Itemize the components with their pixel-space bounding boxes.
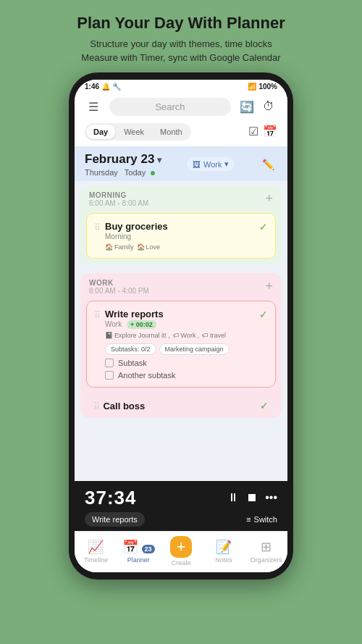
timer-pause-icon[interactable]: ⏸ [227, 491, 239, 504]
bottom-nav: 📈 Timeline 📅 23 Planner + Create 📝 Notes [75, 531, 287, 572]
refresh-icon[interactable]: 🔄 [238, 98, 256, 115]
tab-icons: ☑ 📅 [248, 125, 277, 138]
subtask-label-1: Subtask [118, 359, 147, 367]
task-tags: 🏠 Family 🏠 Love [105, 243, 255, 251]
work-time: 8:00 AM - 4:00 PM [89, 287, 149, 295]
create-icon: + [177, 538, 186, 556]
task-badges: Subtasks: 0/2 Marketing campaign [105, 343, 255, 355]
nav-create[interactable]: + Create [165, 536, 197, 566]
phone-screen: 1:46 🔔 🔧 📶 100% ☰ Search 🔄 ⏱ Day Week [75, 80, 287, 572]
scroll-area: February 23 Thursday Today 🖼 Work ▾ ✏ [75, 146, 287, 481]
status-icons: 🔔 🔧 [101, 83, 121, 91]
nav-planner[interactable]: 📅 23 Planner [122, 539, 154, 564]
timer-display: 37:34 [85, 487, 137, 509]
search-bar[interactable]: Search [109, 98, 231, 116]
tab-row: Day Week Month ☑ 📅 [75, 120, 287, 146]
tag-travel: 🏷 travel [202, 332, 226, 339]
page-subtitle: Structure your day with themes, time blo… [14, 37, 348, 65]
tab-week[interactable]: Week [117, 125, 151, 139]
nav-right-icons: 🔄 ⏱ [238, 98, 277, 115]
create-label: Create [172, 559, 191, 566]
morning-add-button[interactable]: + [265, 191, 273, 206]
top-nav: ☰ Search 🔄 ⏱ [75, 93, 287, 120]
timer-buttons: ⏸ ⏹ ••• [227, 491, 277, 504]
morning-section: MORNING 6:00 AM - 8:00 AM + ⠿ Buy grocer… [80, 185, 282, 264]
tag-family: 🏠 Family [105, 243, 134, 251]
timeline-icon: 📈 [88, 539, 104, 555]
subtask-label-2: Another subtask [118, 371, 176, 380]
timer-bar: 37:34 ⏸ ⏹ ••• Write reports ≡ Switch [75, 481, 287, 531]
planner-icon-wrap: 📅 23 [122, 539, 154, 555]
work-add-button[interactable]: + [265, 279, 273, 294]
timeline-label: Timeline [84, 556, 109, 564]
work-chevron: ▾ [224, 159, 229, 169]
timer-controls: 37:34 ⏸ ⏹ ••• [85, 487, 277, 509]
task-title: Buy groceries [105, 221, 255, 232]
date-header: February 23 Thursday Today 🖼 Work ▾ ✏ [75, 146, 287, 181]
write-reports-card[interactable]: ⠿ Write reports Work + 00:02 📓 Explore J… [86, 301, 276, 388]
timer-task-label[interactable]: Write reports [85, 512, 145, 527]
subtask-checkbox-1[interactable] [105, 359, 114, 367]
write-reports-title: Write reports [105, 309, 255, 319]
buy-groceries-card[interactable]: ⠿ Buy groceries Morning 🏠 Family 🏠 Love … [86, 213, 276, 259]
morning-title: MORNING [89, 191, 148, 199]
subtask-row-2: Another subtask [105, 371, 255, 380]
date-chevron[interactable] [157, 152, 161, 167]
planner-label: Planner [127, 556, 150, 564]
task-timer-badge: + 00:02 [127, 320, 156, 329]
calendar-icon[interactable]: 📅 [263, 125, 277, 138]
tag-love: 🏠 Love [137, 243, 161, 251]
work-badge[interactable]: 🖼 Work ▾ [187, 157, 235, 171]
morning-section-header: MORNING 6:00 AM - 8:00 AM + [80, 185, 282, 210]
write-reports-checkmark[interactable]: ✓ [259, 309, 268, 320]
switch-icon: ≡ [246, 515, 251, 524]
subtask-checkbox-2[interactable] [105, 371, 114, 380]
status-right: 📶 100% [248, 83, 277, 91]
call-boss-card[interactable]: ⠿ Call boss ✓ [86, 393, 276, 418]
tab-group: Day Week Month [85, 123, 191, 141]
timer-more-icon[interactable]: ••• [265, 491, 277, 504]
today-dot [151, 171, 155, 175]
call-boss-checkmark[interactable]: ✓ [260, 400, 269, 411]
status-battery: 100% [258, 83, 277, 91]
timer-stop-icon[interactable]: ⏹ [246, 491, 258, 504]
organizers-icon: ⊞ [261, 539, 272, 555]
write-reports-info: Write reports Work + 00:02 📓 Explore Jou… [105, 309, 255, 380]
date-subtitle: Thursday Today [85, 168, 161, 177]
work-title-group: WORK 8:00 AM - 4:00 PM [89, 279, 149, 295]
notes-label: Notes [215, 556, 232, 564]
edit-icon[interactable]: ✏️ [260, 156, 277, 173]
menu-icon[interactable]: ☰ [85, 98, 102, 115]
switch-button[interactable]: ≡ Switch [246, 515, 277, 524]
work-section-header: WORK 8:00 AM - 4:00 PM + [80, 273, 282, 298]
write-reports-subtitle: Work + 00:02 [105, 320, 255, 329]
status-left: 1:46 🔔 🔧 [85, 83, 121, 91]
date-title: February 23 [85, 152, 161, 167]
task-info: Buy groceries Morning 🏠 Family 🏠 Love [105, 221, 255, 251]
status-signal: 📶 [248, 83, 256, 91]
call-boss-left: ⠿ Call boss [93, 399, 145, 412]
nav-notes[interactable]: 📝 Notes [208, 539, 240, 564]
planner-icon: 📅 [122, 540, 138, 554]
morning-title-group: MORNING 6:00 AM - 8:00 AM [89, 191, 148, 207]
nav-organizers[interactable]: ⊞ Organizers [251, 539, 282, 564]
drag-handle-icon-3: ⠿ [93, 401, 100, 411]
status-time: 1:46 [85, 83, 99, 91]
subtasks-badge: Subtasks: 0/2 [105, 343, 156, 355]
write-reports-header: ⠿ Write reports Work + 00:02 📓 Explore J… [94, 309, 268, 380]
tab-month[interactable]: Month [153, 125, 190, 139]
checkbox-icon[interactable]: ☑ [248, 125, 258, 138]
drag-handle-icon: ⠿ [94, 222, 101, 233]
page-title: Plan Your Day With Planner [14, 13, 348, 34]
tag-work: 🏷 Work, [173, 332, 199, 339]
timer-icon[interactable]: ⏱ [260, 98, 277, 115]
drag-handle-icon-2: ⠿ [94, 310, 101, 320]
task-checkmark[interactable]: ✓ [259, 221, 268, 233]
write-reports-tags: 📓 Explore Journal it!, 🏷 Work, 🏷 travel [105, 332, 255, 339]
nav-timeline[interactable]: 📈 Timeline [80, 539, 111, 564]
tab-day[interactable]: Day [86, 125, 115, 139]
date-info: February 23 Thursday Today [85, 152, 161, 177]
call-boss-title: Call boss [103, 401, 145, 411]
page-header: Plan Your Day With Planner Structure you… [0, 0, 362, 72]
task-header: ⠿ Buy groceries Morning 🏠 Family 🏠 Love … [94, 221, 268, 251]
